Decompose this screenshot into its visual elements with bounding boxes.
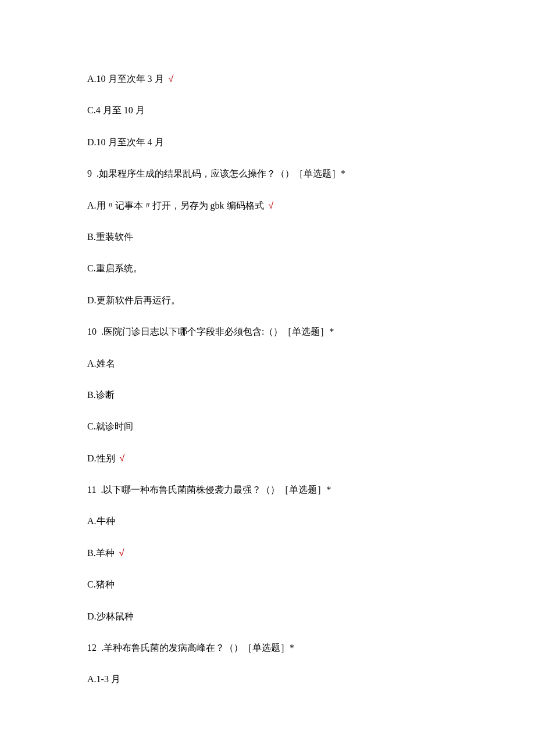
document-line: A.1-3 月 <box>87 673 448 686</box>
document-line: A.牛种 <box>87 515 448 528</box>
line-text: D.更新软件后再运行。 <box>87 295 180 305</box>
line-text: C.重启系统。 <box>87 263 142 273</box>
document-line: D.性别 √ <box>87 452 448 465</box>
line-text: C.4 月至 10 月 <box>87 105 145 115</box>
document-page: A.10 月至次年 3 月 √C.4 月至 10 月D.10 月至次年 4 月9… <box>0 0 535 751</box>
check-mark-icon: √ <box>169 74 174 84</box>
document-line: B.诊断 <box>87 389 448 402</box>
document-line: 10 .医院门诊日志以下哪个字段非必须包含:（）［单选题］* <box>87 325 448 338</box>
check-mark-icon: √ <box>120 453 125 463</box>
line-text: C.就诊时间 <box>87 421 133 431</box>
check-mark-icon: √ <box>269 200 274 210</box>
document-line: D.10 月至次年 4 月 <box>87 136 448 149</box>
document-line: C.重启系统。 <box>87 262 448 275</box>
check-mark-icon: √ <box>119 548 124 558</box>
document-line: 9 .如果程序生成的结果乱码，应该怎么操作？（）［单选题］* <box>87 167 448 180</box>
line-text: A.1-3 月 <box>87 674 120 684</box>
document-line: 12 .羊种布鲁氏菌的发病高峰在？（）［单选题］* <box>87 642 448 654</box>
line-text: D.沙林鼠种 <box>87 611 134 621</box>
line-text: 11 .以下哪一种布鲁氏菌菌株侵袭力最强？（）［单选题］* <box>87 485 331 495</box>
line-text: B.诊断 <box>87 390 115 400</box>
line-text: A.10 月至次年 3 月 <box>87 74 166 84</box>
document-line: A.姓名 <box>87 357 448 370</box>
line-text: D.10 月至次年 4 月 <box>87 137 164 147</box>
line-text: A.牛种 <box>87 516 115 526</box>
line-text: A.姓名 <box>87 359 115 368</box>
document-line: D.沙林鼠种 <box>87 610 448 623</box>
document-line: A.10 月至次年 3 月 √ <box>87 73 448 85</box>
line-text: 10 .医院门诊日志以下哪个字段非必须包含:（）［单选题］* <box>87 327 334 336</box>
line-text: B.羊种 <box>87 548 117 558</box>
document-line: B.羊种 √ <box>87 547 448 560</box>
line-text: D.性别 <box>87 453 117 463</box>
document-line: D.更新软件后再运行。 <box>87 294 448 307</box>
line-text: A.用〃记事本〃打开，另存为 gbk 编码格式 <box>87 200 266 210</box>
document-line: A.用〃记事本〃打开，另存为 gbk 编码格式 √ <box>87 199 448 212</box>
line-text: C.猪种 <box>87 579 115 589</box>
line-text: B.重装软件 <box>87 232 133 242</box>
document-line: C.4 月至 10 月 <box>87 104 448 117</box>
document-line: 11 .以下哪一种布鲁氏菌菌株侵袭力最强？（）［单选题］* <box>87 483 448 496</box>
line-text: 9 .如果程序生成的结果乱码，应该怎么操作？（）［单选题］* <box>87 169 345 178</box>
document-line: C.猪种 <box>87 578 448 591</box>
document-line: C.就诊时间 <box>87 420 448 433</box>
line-text: 12 .羊种布鲁氏菌的发病高峰在？（）［单选题］* <box>87 643 294 653</box>
document-line: B.重装软件 <box>87 231 448 243</box>
